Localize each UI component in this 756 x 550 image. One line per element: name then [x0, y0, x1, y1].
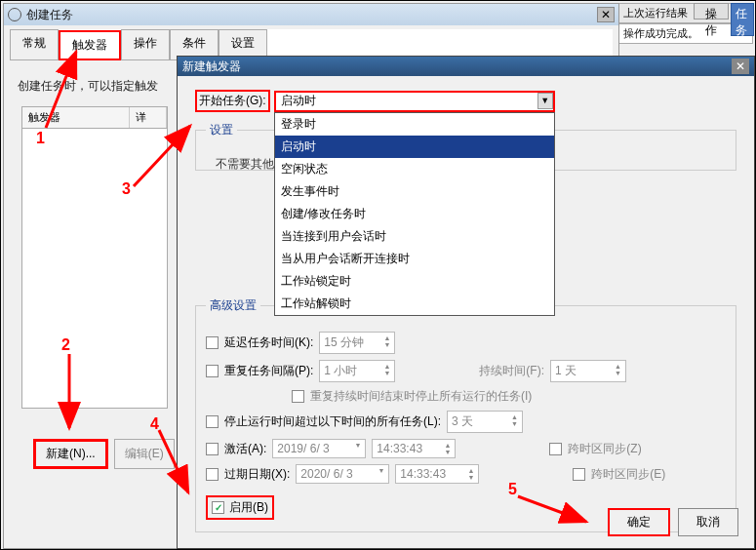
repeat-row: 重复任务间隔(P): 1 小时▲▼ 持续时间(F): 1 天▲▼ — [206, 360, 726, 382]
annotation-3: 3 — [122, 180, 131, 198]
dropdown-item[interactable]: 工作站锁定时 — [275, 270, 554, 293]
main-title: 创建任务 — [26, 7, 597, 23]
repeat-label: 重复任务间隔(P): — [224, 363, 313, 379]
stop-after-row: 停止运行时间超过以下时间的所有任务(L): 3 天▲▼ — [206, 411, 726, 433]
expire-label: 过期日期(X): — [224, 466, 290, 483]
window-icon — [8, 8, 21, 21]
activate-row: 激活(A): 2019/ 6/ 3▼ 14:33:43▲▼ 跨时区同步(Z) — [206, 439, 726, 458]
enable-checkbox[interactable] — [212, 501, 224, 514]
dialog-buttons: 确定 取消 — [608, 508, 738, 536]
activate-time-input[interactable]: 14:33:43▲▼ — [372, 439, 456, 458]
annotation-1: 1 — [36, 130, 45, 147]
repeat-checkbox[interactable] — [206, 365, 219, 377]
dropdown-item[interactable]: 创建/修改任务时 — [275, 203, 554, 225]
tz2-label: 跨时区同步(E) — [591, 466, 665, 483]
delay-input[interactable]: 15 分钟▲▼ — [319, 332, 395, 354]
trigger-titlebar: 新建触发器 ✕ — [178, 57, 754, 76]
close-icon[interactable]: ✕ — [597, 7, 615, 22]
settings-legend: 设置 — [206, 122, 237, 138]
dropdown-item[interactable]: 当连接到用户会话时 — [275, 225, 554, 248]
delay-checkbox[interactable] — [206, 336, 219, 349]
activate-checkbox[interactable] — [206, 443, 219, 455]
trigger-close-icon[interactable]: ✕ — [732, 59, 749, 74]
dropdown-item[interactable]: 空闲状态 — [275, 158, 554, 180]
dropdown-selected-text: 启动时 — [281, 93, 316, 109]
expire-time-input[interactable]: 14:33:43▲▼ — [395, 464, 479, 484]
cancel-button[interactable]: 取消 — [678, 508, 738, 536]
trigger-list-header: 触发器 详 — [22, 107, 167, 129]
tz1-checkbox[interactable] — [549, 443, 562, 455]
edit-button[interactable]: 编辑(E) — [114, 439, 175, 469]
trigger-title: 新建触发器 — [182, 59, 732, 75]
annotation-5: 5 — [508, 481, 517, 498]
stop-after-checkbox[interactable] — [206, 415, 219, 428]
repeat-stop-row: 重复持续时间结束时停止所有运行的任务(I) — [292, 388, 726, 405]
trigger-body: 开始任务(G): 启动时 ▼ 登录时 启动时 空闲状态 发生事件时 创建/修改任… — [178, 76, 754, 546]
begin-task-label: 开始任务(G): — [195, 90, 270, 112]
bottom-buttons: 新建(N)... 编辑(E) — [33, 439, 175, 469]
tz2-checkbox[interactable] — [573, 468, 585, 481]
chevron-down-icon[interactable]: ▼ — [537, 93, 553, 109]
stop-after-input[interactable]: 3 天▲▼ — [447, 411, 523, 433]
dropdown-list: 登录时 启动时 空闲状态 发生事件时 创建/修改任务时 当连接到用户会话时 当从… — [274, 112, 555, 316]
begin-task-row: 开始任务(G): 启动时 ▼ 登录时 启动时 空闲状态 发生事件时 创建/修改任… — [195, 90, 736, 112]
annotation-4: 4 — [150, 415, 159, 433]
expire-row: 过期日期(X): 2020/ 6/ 3▼ 14:33:43▲▼ 跨时区同步(E) — [206, 464, 726, 484]
tab-triggers[interactable]: 触发器 — [59, 30, 121, 60]
enable-label: 启用(B) — [229, 499, 268, 516]
dropdown-selected[interactable]: 启动时 — [274, 91, 555, 112]
sidebar-status: 上次运行结果 操作成功完成。 操作 任务 — [618, 3, 753, 44]
trigger-list: 触发器 详 — [21, 106, 168, 409]
delay-row: 延迟任务时间(K): 15 分钟▲▼ — [206, 332, 726, 354]
activate-label: 激活(A): — [224, 441, 266, 457]
dropdown-item[interactable]: 登录时 — [275, 113, 554, 136]
annotation-2: 2 — [61, 336, 70, 354]
dropdown-item[interactable]: 发生事件时 — [275, 180, 554, 203]
enable-row: 启用(B) — [206, 495, 274, 520]
activate-date-input[interactable]: 2019/ 6/ 3▼ — [272, 439, 366, 458]
sidebar-action-button[interactable]: 操作 — [694, 3, 729, 20]
ok-button[interactable]: 确定 — [608, 508, 670, 536]
col-trigger[interactable]: 触发器 — [22, 107, 130, 128]
tz1-label: 跨时区同步(Z) — [568, 441, 641, 457]
dropdown-item[interactable]: 当从用户会话断开连接时 — [275, 248, 554, 270]
tab-general[interactable]: 常规 — [10, 29, 59, 59]
advanced-fieldset: 高级设置 延迟任务时间(K): 15 分钟▲▼ 重复任务间隔(P): 1 小时▲… — [195, 297, 736, 532]
advanced-legend: 高级设置 — [206, 297, 260, 314]
dropdown-item[interactable]: 启动时 — [275, 136, 554, 158]
main-titlebar: 创建任务 ✕ — [4, 4, 618, 25]
col-details[interactable]: 详 — [130, 107, 167, 128]
expire-checkbox[interactable] — [206, 468, 219, 481]
duration-input[interactable]: 1 天▲▼ — [550, 360, 626, 382]
repeat-stop-checkbox[interactable] — [292, 390, 304, 403]
repeat-stop-label: 重复持续时间结束时停止所有运行的任务(I) — [310, 388, 532, 405]
begin-task-dropdown[interactable]: 启动时 ▼ 登录时 启动时 空闲状态 发生事件时 创建/修改任务时 当连接到用户… — [274, 91, 555, 112]
new-trigger-dialog: 新建触发器 ✕ 开始任务(G): 启动时 ▼ 登录时 启动时 空闲状态 发生事件… — [177, 56, 755, 549]
duration-label: 持续时间(F): — [479, 363, 544, 379]
sidebar-task-button[interactable]: 任务 — [731, 3, 754, 36]
stop-after-label: 停止运行时间超过以下时间的所有任务(L): — [224, 413, 441, 430]
dropdown-item[interactable]: 工作站解锁时 — [275, 293, 554, 315]
delay-label: 延迟任务时间(K): — [224, 334, 313, 351]
tab-actions[interactable]: 操作 — [121, 29, 170, 59]
repeat-input[interactable]: 1 小时▲▼ — [319, 360, 395, 382]
new-button[interactable]: 新建(N)... — [33, 439, 108, 469]
expire-date-input[interactable]: 2020/ 6/ 3▼ — [296, 464, 389, 484]
